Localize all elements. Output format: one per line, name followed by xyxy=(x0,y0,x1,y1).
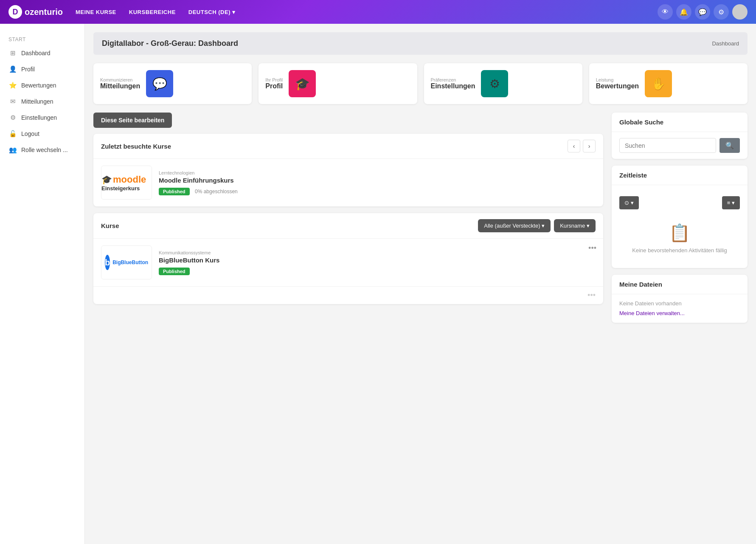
sidebar-label-bewertungen: Bewertungen xyxy=(21,82,56,89)
sidebar-item-dashboard[interactable]: ⊞ Dashboard xyxy=(0,45,84,61)
bbb-course-category: Kommunikationssysteme xyxy=(159,250,596,255)
courses-title: Kurse xyxy=(101,222,119,229)
moodle-subtitle: Einsteigerkurs xyxy=(101,185,140,192)
eye-icon-button[interactable]: 👁 xyxy=(658,4,673,20)
logo[interactable]: D ozenturio xyxy=(8,5,63,19)
moodle-logo: 🎓 moodle Einsteigerkurs xyxy=(101,174,152,192)
logo-icon: D xyxy=(8,5,22,19)
nav-sprache[interactable]: DEUTSCH (DE) ▾ xyxy=(188,9,236,15)
recent-course-card[interactable]: 🎓 moodle Einsteigerkurs Lerntechnologien… xyxy=(93,159,603,206)
no-activities-icon: 📋 xyxy=(628,223,731,243)
course-list-item-bbb[interactable]: ••• b BigBlueButton Kommunikationssystem… xyxy=(93,238,603,286)
qa-category-bewertungen: Leistung xyxy=(596,77,639,82)
sidebar-label-profil: Profil xyxy=(21,66,35,73)
nav-kursbereiche[interactable]: KURSBEREICHE xyxy=(129,9,176,15)
timeline-controls: ⊙ ▾ ≡ ▾ xyxy=(619,196,740,209)
qa-icon-mitteilungen: 💬 xyxy=(146,70,173,97)
bewertungen-icon: ⭐ xyxy=(8,81,17,90)
qa-text-einstellungen: Präferenzen Einstellungen xyxy=(431,77,475,90)
filter-all-button[interactable]: Alle (außer Versteckte) ▾ xyxy=(478,219,551,232)
bbb-logo-thumb: b BigBlueButton xyxy=(101,245,152,279)
recent-courses-title: Zuletzt besuchte Kurse xyxy=(101,143,171,150)
recent-courses-header: Zuletzt besuchte Kurse ‹ › xyxy=(93,134,603,159)
page-wrapper: Start ⊞ Dashboard 👤 Profil ⭐ Bewertungen… xyxy=(0,24,756,544)
chat-icon-button[interactable]: 💬 xyxy=(695,4,710,20)
qa-icon-bewertungen: ✋ xyxy=(645,70,672,97)
main-content: Digitallabor - Groß-Gerau: Dashboard Das… xyxy=(85,24,756,544)
manage-files-link[interactable]: Meine Dateien verwalten... xyxy=(619,310,685,316)
breadcrumb-link[interactable]: Dashboard xyxy=(712,40,739,47)
qa-category-einstellungen: Präferenzen xyxy=(431,77,475,82)
moodle-progress-text: 0% abgeschlossen xyxy=(195,189,238,194)
no-files-text: Keine Dateien vorhanden xyxy=(619,300,740,307)
qa-card-mitteilungen[interactable]: Kommunizieren Mitteilungen 💬 xyxy=(93,63,252,104)
sidebar-item-rolle[interactable]: 👥 Rolle wechseln ... xyxy=(0,142,84,158)
moodle-status-badge: Published xyxy=(159,188,190,195)
moodle-course-category: Lerntechnologien xyxy=(159,170,596,175)
arrow-prev[interactable]: ‹ xyxy=(568,140,580,152)
qa-label-mitteilungen: Mitteilungen xyxy=(100,82,140,90)
moodle-logo-thumb: 🎓 moodle Einsteigerkurs xyxy=(101,166,152,200)
nav-right: 👁 🔔 💬 ⚙ xyxy=(658,4,748,20)
qa-card-bewertungen[interactable]: Leistung Bewertungen ✋ xyxy=(589,63,748,104)
settings-icon-button[interactable]: ⚙ xyxy=(714,4,729,20)
sidebar-label-einstellungen: Einstellungen xyxy=(21,114,57,121)
moodle-course-info: Lerntechnologien Moodle Einführungskurs … xyxy=(159,170,596,195)
sidebar-item-logout[interactable]: 🔓 Logout xyxy=(0,126,84,142)
bbb-course-name: BigBlueButton Kurs xyxy=(159,256,596,264)
sidebar-label-dashboard: Dashboard xyxy=(21,50,51,56)
search-button[interactable]: 🔍 xyxy=(719,138,740,153)
qa-card-einstellungen[interactable]: Präferenzen Einstellungen ⚙ xyxy=(424,63,582,104)
edit-page-button[interactable]: Diese Seite bearbeiten xyxy=(93,113,172,128)
avatar[interactable] xyxy=(732,4,748,20)
bell-icon-button[interactable]: 🔔 xyxy=(676,4,691,20)
qa-text-bewertungen: Leistung Bewertungen xyxy=(596,77,639,90)
qa-icon-einstellungen: ⚙ xyxy=(481,70,508,97)
mitteilungen-icon: ✉ xyxy=(8,97,17,106)
search-row: 🔍 xyxy=(619,138,740,153)
sidebar-item-mitteilungen[interactable]: ✉ Mitteilungen xyxy=(0,93,84,110)
quick-access-grid: Kommunizieren Mitteilungen 💬 Ihr Profil … xyxy=(93,63,748,104)
logo-text: ozenturio xyxy=(25,7,63,17)
timeline-panel-body: ⊙ ▾ ≡ ▾ 📋 Keine bevorstehenden Aktivität… xyxy=(612,185,748,268)
moodle-text: 🎓 moodle xyxy=(101,174,146,185)
qa-text-profil: Ihr Profil Profil xyxy=(265,77,283,90)
bbb-logo: b BigBlueButton xyxy=(105,250,148,275)
course-more-button[interactable]: ••• xyxy=(588,244,596,253)
sort-button[interactable]: Kursname ▾ xyxy=(554,219,596,232)
qa-text-mitteilungen: Kommunizieren Mitteilungen xyxy=(100,77,140,90)
qa-category-profil: Ihr Profil xyxy=(265,77,283,82)
qa-card-profil[interactable]: Ihr Profil Profil 🎓 xyxy=(259,63,417,104)
sidebar-item-profil[interactable]: 👤 Profil xyxy=(0,61,84,77)
breadcrumb-title: Digitallabor - Groß-Gerau: Dashboard xyxy=(102,39,238,48)
moodle-course-name: Moodle Einführungskurs xyxy=(159,177,596,184)
search-panel: Globale Suche 🔍 xyxy=(612,113,748,159)
bbb-icon: b xyxy=(105,255,110,270)
no-activities: 📋 Keine bevorstehenden Aktivitäten fälli… xyxy=(619,214,740,262)
courses-filter-row: Kurse Alle (außer Versteckte) ▾ Kursname… xyxy=(93,213,603,238)
files-panel-title: Meine Dateien xyxy=(612,275,748,294)
nav-meine-kurse[interactable]: MEINE KURSE xyxy=(76,9,116,15)
recent-courses-panel: Zuletzt besuchte Kurse ‹ › 🎓 moodle xyxy=(93,134,603,206)
dashboard-icon: ⊞ xyxy=(8,49,17,57)
timeline-filter-btn[interactable]: ⊙ ▾ xyxy=(619,196,639,209)
files-panel: Meine Dateien Keine Dateien vorhanden Me… xyxy=(612,275,748,323)
bbb-name: BigBlueButton xyxy=(112,259,148,265)
timeline-sort-btn[interactable]: ≡ ▾ xyxy=(722,196,740,209)
qa-label-bewertungen: Bewertungen xyxy=(596,82,639,90)
moodle-hat-icon: 🎓 xyxy=(101,175,112,185)
top-navigation: D ozenturio MEINE KURSE KURSBEREICHE DEU… xyxy=(0,0,756,24)
sidebar-item-bewertungen[interactable]: ⭐ Bewertungen xyxy=(0,77,84,93)
bottom-more: ••• xyxy=(93,286,603,304)
sidebar-item-einstellungen[interactable]: ⚙ Einstellungen xyxy=(0,110,84,126)
arrow-next[interactable]: › xyxy=(583,140,596,152)
qa-label-einstellungen: Einstellungen xyxy=(431,82,475,90)
sidebar-label-rolle: Rolle wechseln ... xyxy=(21,147,68,153)
col-main: Diese Seite bearbeiten Zuletzt besuchte … xyxy=(93,113,603,330)
no-activities-text: Keine bevorstehenden Aktivitäten fällig xyxy=(628,247,731,254)
breadcrumb-bar: Digitallabor - Groß-Gerau: Dashboard Das… xyxy=(93,32,748,55)
files-panel-body: Keine Dateien vorhanden Meine Dateien ve… xyxy=(612,294,748,323)
sidebar-label-mitteilungen: Mitteilungen xyxy=(21,98,53,105)
bbb-status-badge: Published xyxy=(159,268,190,275)
search-input[interactable] xyxy=(619,138,716,153)
